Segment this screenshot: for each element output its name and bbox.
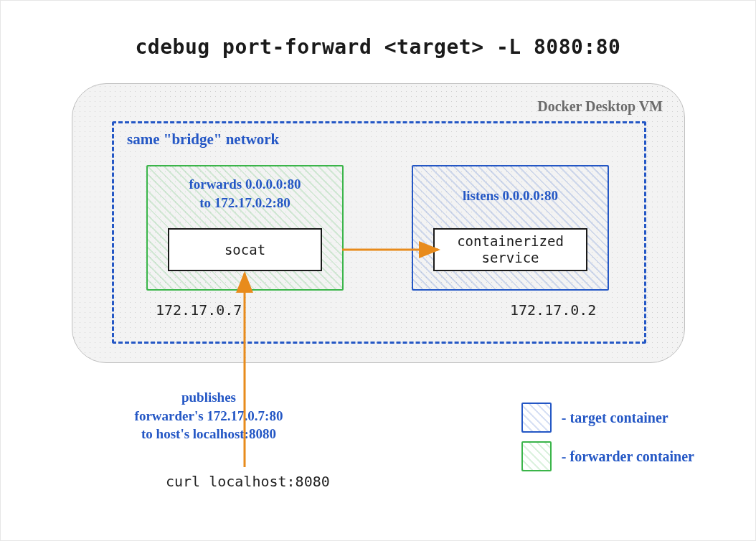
legend: - target container - forwarder container [521, 394, 694, 480]
legend-swatch-green [521, 441, 552, 471]
target-ip: 172.17.0.2 [510, 301, 596, 319]
target-container: listens 0.0.0.0:80 containerized service [412, 165, 609, 291]
legend-row-target: - target container [521, 403, 694, 433]
service-label: containerized service [457, 233, 564, 266]
publish-note: publishes forwarder's 172.17.0.7:80 to h… [108, 388, 309, 443]
bridge-label: same "bridge" network [127, 131, 279, 149]
service-box: containerized service [433, 228, 587, 271]
socat-label: socat [225, 242, 265, 258]
diagram-title: cdebug port-forward <target> -L 8080:80 [1, 35, 755, 59]
target-caption: listens 0.0.0.0:80 [413, 187, 608, 205]
legend-text-forwarder: - forwarder container [562, 448, 694, 465]
legend-swatch-blue [521, 403, 552, 433]
forwarder-caption-line2: to 172.17.0.2:80 [199, 195, 290, 210]
legend-row-forwarder: - forwarder container [521, 441, 694, 471]
vm-label: Docker Desktop VM [537, 98, 663, 115]
bridge-network-box: same "bridge" network forwards 0.0.0.0:8… [112, 121, 646, 344]
forwarder-caption-line1: forwards 0.0.0.0:80 [189, 177, 301, 192]
curl-command: curl localhost:8080 [166, 473, 330, 490]
legend-text-target: - target container [562, 410, 668, 426]
diagram-canvas: cdebug port-forward <target> -L 8080:80 … [0, 0, 756, 541]
forwarder-container: forwards 0.0.0.0:80 to 172.17.0.2:80 soc… [146, 165, 344, 291]
forwarder-ip: 172.17.0.7 [156, 301, 242, 319]
forwarder-caption: forwards 0.0.0.0:80 to 172.17.0.2:80 [148, 175, 342, 212]
vm-box: Docker Desktop VM same "bridge" network … [72, 83, 685, 363]
socat-box: socat [168, 228, 322, 271]
